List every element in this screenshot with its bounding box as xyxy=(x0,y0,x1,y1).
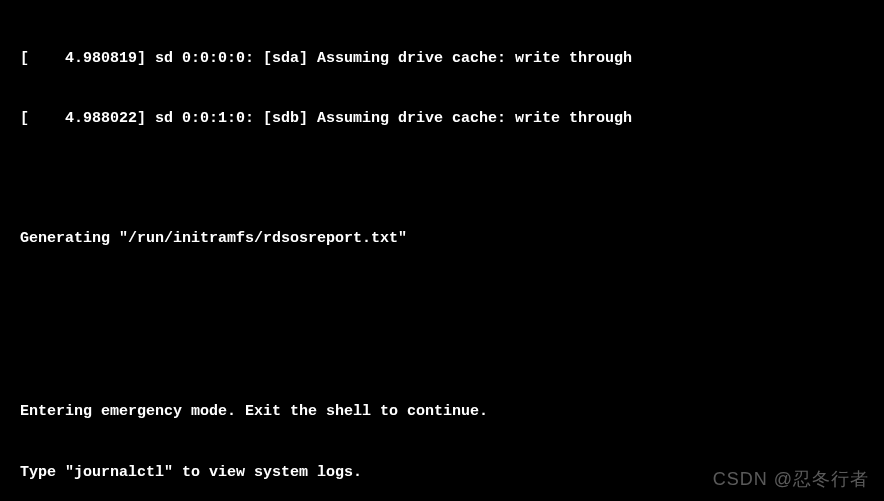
watermark-text: CSDN @忍冬行者 xyxy=(713,467,869,491)
terminal-output: [ 4.980819] sd 0:0:0:0: [sda] Assuming d… xyxy=(20,8,864,501)
generating-line: Generating "/run/initramfs/rdsosreport.t… xyxy=(20,229,864,249)
emergency-line: Entering emergency mode. Exit the shell … xyxy=(20,402,864,422)
boot-log-line: [ 4.988022] sd 0:0:1:0: [sdb] Assuming d… xyxy=(20,109,864,129)
boot-log-line: [ 4.980819] sd 0:0:0:0: [sda] Assuming d… xyxy=(20,49,864,69)
